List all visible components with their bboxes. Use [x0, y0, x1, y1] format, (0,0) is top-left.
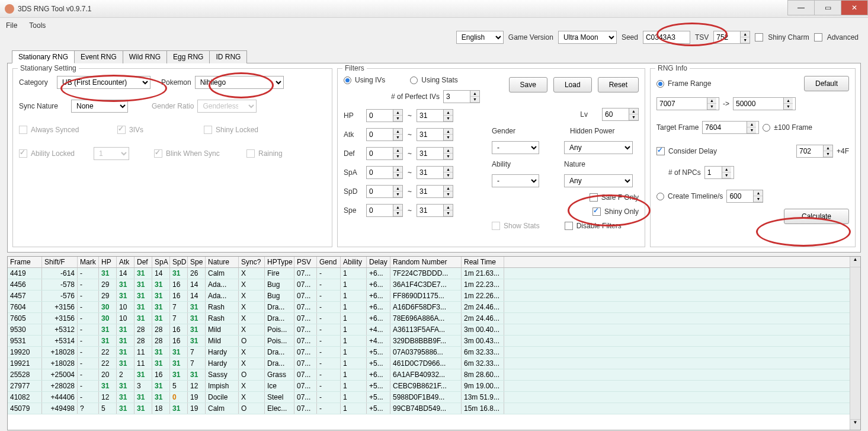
tab-stationary-rng[interactable]: Stationary RNG — [12, 50, 75, 63]
default-button[interactable]: Default — [804, 76, 849, 91]
language-select[interactable]: English — [456, 31, 504, 44]
tsv-input[interactable] — [714, 31, 740, 43]
col-header[interactable]: HPType — [265, 257, 294, 267]
seed-input[interactable] — [643, 31, 690, 44]
col-header[interactable]: Def — [134, 257, 152, 267]
arrow-label: -> — [723, 100, 729, 108]
atk-hi-spinner[interactable]: ▲▼ — [417, 128, 453, 141]
results-grid: FrameShift/FMarkHPAtkDefSpASpDSpeNatureS… — [7, 256, 861, 430]
tab-egg-rng[interactable]: Egg RNG — [166, 50, 210, 63]
col-header[interactable]: Real Time — [462, 257, 504, 267]
filters-title: Filters — [342, 64, 367, 72]
frame-to-spinner[interactable]: ▲▼ — [733, 97, 796, 110]
close-button[interactable]: ✕ — [841, 0, 868, 15]
safe-f-only-checkbox[interactable] — [590, 193, 598, 202]
target-frame-spinner[interactable]: ▲▼ — [702, 121, 759, 134]
tsv-spinner[interactable]: ▲▼ — [713, 31, 750, 44]
scroll-up-icon[interactable]: ▲ — [850, 257, 860, 267]
lv-spinner[interactable]: ▲▼ — [602, 108, 639, 121]
table-row[interactable]: 7605+3156-30103131731RashXDra...07...-1+… — [8, 313, 860, 324]
hp-lo-spinner[interactable]: ▲▼ — [366, 109, 403, 122]
scrollbar[interactable]: ▲ ▼ — [850, 257, 860, 430]
col-header[interactable]: Frame — [8, 257, 42, 267]
table-row[interactable]: 19921+18028-22311131317HardyXDra...07...… — [8, 358, 860, 369]
calculate-button[interactable]: Calculate — [784, 209, 849, 224]
col-header[interactable]: SpD — [170, 257, 188, 267]
frame-from-spinner[interactable]: ▲▼ — [656, 97, 719, 110]
table-row[interactable]: 4419-614-311431143126CalmXFire07...-1+6.… — [8, 268, 860, 279]
atk-lo-spinner[interactable]: ▲▼ — [366, 128, 403, 141]
category-select[interactable]: UB (First Encounter) — [57, 76, 150, 89]
shiny-charm-checkbox[interactable] — [755, 33, 763, 41]
spd-hi-spinner[interactable]: ▲▼ — [417, 185, 453, 198]
col-header[interactable]: Sync? — [239, 257, 265, 267]
table-row[interactable]: 9531+5314-313128281631MildOPois...07...-… — [8, 336, 860, 347]
gender-select[interactable]: - — [492, 141, 539, 154]
timeline-radio[interactable] — [656, 193, 664, 200]
grid-body[interactable]: 4419-614-311431143126CalmXFire07...-1+6.… — [8, 268, 860, 414]
col-header[interactable]: Atk — [117, 257, 134, 267]
advanced-checkbox[interactable] — [814, 33, 822, 41]
tab-event-rng[interactable]: Event RNG — [74, 50, 123, 63]
def-lo-spinner[interactable]: ▲▼ — [366, 147, 403, 160]
col-header[interactable]: Shift/F — [42, 257, 78, 267]
menu-file[interactable]: File — [6, 21, 17, 30]
table-row[interactable]: 41082+44406-12313131019DocileXSteel07...… — [8, 392, 860, 403]
col-header[interactable]: Nature — [206, 257, 239, 267]
disable-filters-checkbox[interactable] — [565, 222, 573, 230]
table-row[interactable]: 4457-576-293131311614Ada...XBug07...-1+6… — [8, 290, 860, 302]
def-hi-spinner[interactable]: ▲▼ — [417, 147, 453, 160]
tsv-label: TSV — [695, 33, 709, 41]
using-stats-radio[interactable] — [410, 76, 418, 84]
frame-range-radio[interactable] — [656, 80, 664, 88]
spd-lo-spinner[interactable]: ▲▼ — [366, 185, 403, 198]
shiny-only-checkbox[interactable] — [592, 207, 601, 216]
table-row[interactable]: 7604+3156-30103131731RashXDra...07...-1+… — [8, 302, 860, 313]
col-header[interactable]: SpA — [152, 257, 170, 267]
col-header[interactable]: Gend — [317, 257, 341, 267]
spa-lo-spinner[interactable]: ▲▼ — [366, 166, 403, 179]
spa-hi-spinner[interactable]: ▲▼ — [417, 166, 453, 179]
reset-button[interactable]: Reset — [598, 77, 639, 92]
table-row[interactable]: 4456-578-293131311614Ada...XBug07...-1+6… — [8, 279, 860, 290]
nature-select[interactable]: Any — [564, 174, 633, 187]
target-frame-label: Target Frame — [656, 123, 699, 132]
pm100-radio[interactable] — [763, 124, 770, 132]
timeline-spinner[interactable]: ▲▼ — [726, 190, 763, 203]
table-row[interactable]: 19920+18028-22311131317HardyXDra...07...… — [8, 347, 860, 358]
load-button[interactable]: Load — [553, 77, 592, 92]
game-version-select[interactable]: Ultra Moon — [558, 31, 617, 44]
ability-select[interactable]: - — [492, 174, 539, 187]
spe-hi-spinner[interactable]: ▲▼ — [417, 204, 453, 217]
tab-id-rng[interactable]: ID RNG — [209, 50, 247, 63]
table-row[interactable]: 45079+49498?53131183119CalmOElec...07...… — [8, 403, 860, 414]
col-header[interactable]: Ability — [341, 257, 367, 267]
col-header[interactable]: Delay — [367, 257, 390, 267]
tab-wild-rng[interactable]: Wild RNG — [123, 50, 167, 63]
table-row[interactable]: 27977+28028-3131331512ImpishXIce07...-1+… — [8, 381, 860, 392]
consider-delay-checkbox[interactable] — [656, 147, 665, 155]
save-button[interactable]: Save — [509, 77, 547, 92]
maximize-button[interactable]: ▭ — [814, 0, 841, 15]
sync-nature-select[interactable]: None — [71, 100, 128, 113]
hp-hi-spinner[interactable]: ▲▼ — [417, 109, 453, 122]
col-header[interactable]: Spe — [188, 257, 206, 267]
table-row[interactable]: 9530+5312-313128281631MildXPois...07...-… — [8, 324, 860, 336]
using-ivs-radio[interactable] — [344, 76, 351, 84]
minimize-button[interactable]: — — [787, 0, 815, 15]
col-header[interactable]: Random Number — [390, 257, 462, 267]
table-row[interactable]: 25528+25004-20231163131SassyOGrass07...-… — [8, 369, 860, 381]
perfect-ivs-spinner[interactable]: ▲▼ — [443, 90, 480, 103]
menu-tools[interactable]: Tools — [29, 21, 46, 30]
col-header[interactable]: PSV — [294, 257, 317, 267]
delay-spinner[interactable]: ▲▼ — [796, 145, 833, 158]
col-header[interactable]: HP — [99, 257, 117, 267]
pm100-label: ±100 Frame — [774, 123, 812, 132]
pokemon-select[interactable]: Nihilego — [195, 76, 284, 89]
npc-spinner[interactable]: ▲▼ — [704, 166, 734, 179]
advanced-label: Advanced — [827, 33, 859, 41]
spe-lo-spinner[interactable]: ▲▼ — [366, 204, 403, 217]
hidden-power-select[interactable]: Any — [564, 141, 633, 154]
col-header[interactable]: Mark — [78, 257, 99, 267]
scroll-down-icon[interactable]: ▼ — [850, 419, 860, 430]
